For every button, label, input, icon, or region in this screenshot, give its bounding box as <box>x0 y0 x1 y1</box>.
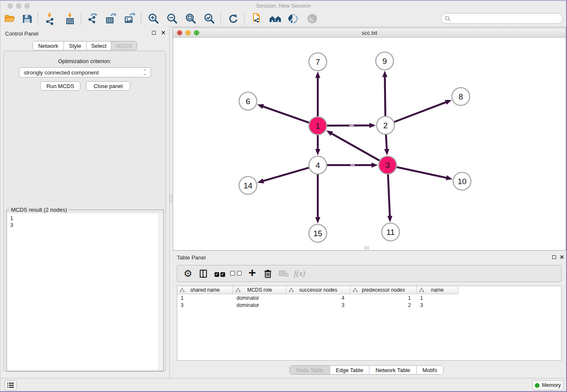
zoom-fit-button[interactable] <box>183 12 199 25</box>
table-cell[interactable]: 3 <box>177 302 233 308</box>
column-header-shared-name[interactable]: shared name <box>177 286 233 294</box>
graph-edge[interactable] <box>394 102 447 122</box>
graph-edge-arrow <box>445 100 451 105</box>
zoom-out-icon <box>166 13 178 25</box>
export-table-button[interactable] <box>103 12 119 25</box>
graph-edge[interactable] <box>262 106 309 123</box>
graphics-details-button[interactable] <box>285 12 301 25</box>
graph-edge[interactable] <box>386 134 387 150</box>
overview-button[interactable] <box>304 12 320 25</box>
table-panel: Table Panel ✕ ⚙ ✓✓ + f( <box>173 252 566 378</box>
float-panel-icon[interactable] <box>151 30 156 36</box>
delete-table-button[interactable] <box>277 265 291 282</box>
graph-edge-label <box>351 165 355 166</box>
table-cell[interactable]: dominator <box>233 295 286 301</box>
graph-node-label: 15 <box>313 229 322 238</box>
graph-node-label: 1 <box>316 121 320 130</box>
delete-columns-button[interactable] <box>261 265 275 282</box>
export-image-button[interactable] <box>122 12 138 25</box>
tab-edge-table[interactable]: Edge Table <box>330 366 370 374</box>
column-header-successor-nodes[interactable]: successor nodes <box>286 286 350 294</box>
table-cell[interactable]: 4 <box>286 295 350 301</box>
table-cell[interactable]: 2 <box>350 302 417 308</box>
clone-network-button[interactable] <box>249 12 265 25</box>
table-options-button[interactable]: ⚙ <box>181 265 195 282</box>
import-table-button[interactable] <box>62 12 78 25</box>
tab-network-table[interactable]: Network Table <box>369 366 416 374</box>
run-mcds-button[interactable]: Run MCDS <box>40 81 80 91</box>
export-network-button[interactable] <box>85 12 101 25</box>
column-header-predecessor-nodes[interactable]: predecessor nodes <box>350 286 417 294</box>
refresh-network-button[interactable] <box>225 12 241 25</box>
tab-node-table[interactable]: Node Table <box>290 366 330 374</box>
control-panel-tabs: Network Style Select MCDS <box>33 41 137 50</box>
table-cell[interactable]: 3 <box>417 302 458 308</box>
memory-status-icon <box>535 383 539 388</box>
mcds-result-group: MCDS result (2 nodes) 13 <box>6 210 164 371</box>
main-toolbar <box>0 11 567 27</box>
mcds-result-area[interactable]: 13 <box>7 213 163 370</box>
graph-edge[interactable] <box>263 168 309 181</box>
table-cell[interactable]: 1 <box>177 295 233 301</box>
column-type-icon <box>353 288 358 293</box>
graph-edge[interactable] <box>388 174 390 217</box>
import-network-button[interactable] <box>42 12 58 25</box>
table-panel-title: Table Panel <box>177 254 206 261</box>
close-table-panel-icon[interactable]: ✕ <box>559 255 564 260</box>
close-panel-button[interactable]: Close panel <box>86 81 130 91</box>
graph-edge-arrow <box>257 104 264 109</box>
table-cell[interactable]: 1 <box>350 295 417 301</box>
toolbar-separator <box>220 13 221 25</box>
table-cell[interactable]: dominator <box>233 302 286 308</box>
splitter-handle[interactable] <box>170 195 172 202</box>
tab-motifs[interactable]: Motifs <box>417 366 443 374</box>
result-scrollbar[interactable] <box>158 213 163 370</box>
zoom-in-button[interactable] <box>146 12 162 25</box>
table-row[interactable]: 1dominator411 <box>177 294 561 301</box>
save-session-button[interactable] <box>19 12 35 25</box>
zoom-in-icon <box>148 13 160 25</box>
network-graph[interactable]: 1234678910111415 <box>173 38 566 250</box>
first-neighbors-button[interactable] <box>267 12 284 25</box>
network-window-titlebar[interactable]: ✕ − ＋ scc.txt <box>173 28 566 38</box>
table-row[interactable]: 3dominator323 <box>177 301 561 309</box>
tab-style[interactable]: Style <box>64 41 87 50</box>
graph-edge-arrow <box>384 149 389 155</box>
zoom-out-button[interactable] <box>164 12 180 25</box>
column-chooser-button[interactable] <box>196 265 210 282</box>
add-column-button[interactable]: + <box>245 265 259 282</box>
graph-edge-arrow <box>257 179 264 184</box>
tab-mcds[interactable]: MCDS <box>111 41 137 50</box>
graph-edge[interactable] <box>331 133 380 161</box>
graph-edge[interactable] <box>385 76 385 116</box>
overview-icon <box>307 13 318 24</box>
criterion-dropdown[interactable]: strongly connected component ⌃⌄ <box>19 67 151 77</box>
tab-network[interactable]: Network <box>33 41 64 50</box>
graph-edge[interactable] <box>396 167 447 178</box>
table-cell[interactable]: 3 <box>286 302 350 308</box>
tab-select[interactable]: Select <box>87 41 111 50</box>
graph-node-label: 2 <box>383 121 388 130</box>
close-panel-icon[interactable]: ✕ <box>161 30 166 36</box>
task-history-button[interactable] <box>5 380 17 390</box>
app-titlebar: Session: New Session <box>0 0 567 11</box>
table-cell[interactable]: 1 <box>417 295 458 301</box>
splitter-handle[interactable] <box>365 246 369 249</box>
select-all-icon: ✓✓ <box>214 270 226 277</box>
select-all-button[interactable]: ✓✓ <box>212 265 227 282</box>
float-table-panel-icon[interactable] <box>551 255 556 260</box>
search-input[interactable] <box>451 15 562 22</box>
graph-edge-arrow <box>383 71 388 77</box>
column-header-name[interactable]: name <box>417 286 458 294</box>
table-header-row: shared nameMCDS rolesuccessor nodesprede… <box>177 286 561 294</box>
memory-button[interactable]: Memory <box>532 380 564 390</box>
zoom-selected-button[interactable] <box>201 12 217 25</box>
status-bar: Memory <box>0 378 567 392</box>
function-builder-button[interactable]: f(x) <box>292 265 307 282</box>
open-session-button[interactable] <box>2 12 18 25</box>
graph-edge[interactable] <box>327 125 370 126</box>
graph-edge-arrow <box>372 163 378 168</box>
unselect-all-icon <box>229 270 242 277</box>
column-header-MCDS-role[interactable]: MCDS role <box>233 286 286 294</box>
unselect-all-button[interactable] <box>228 265 243 282</box>
